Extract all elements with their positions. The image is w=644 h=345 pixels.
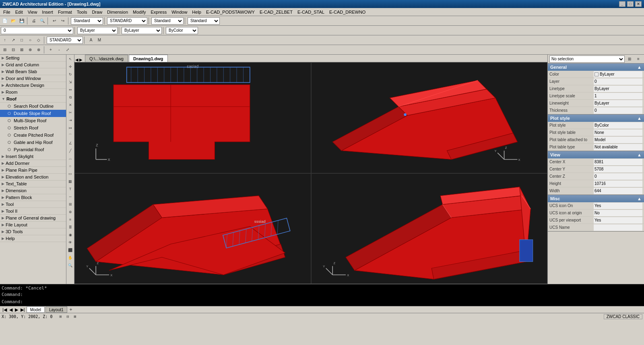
tool-3[interactable]: □ (18, 36, 26, 44)
ortho-tool[interactable]: ⊠ (18, 46, 26, 54)
rect-icon[interactable]: ▭ (67, 170, 74, 177)
menu-item-ecadzelbet[interactable]: E-CAD_ZELBET (257, 9, 295, 15)
status-ortho[interactable]: ⊠ (72, 313, 78, 320)
polar-tool[interactable]: ⊕ (26, 46, 34, 54)
menu-item-modify[interactable]: Modify (130, 9, 148, 15)
close-button[interactable]: ✕ (635, 1, 642, 7)
circle-icon[interactable]: ○ (67, 162, 74, 170)
lineweight-dropdown[interactable]: ByColor (166, 27, 198, 34)
open-button[interactable]: 📂 (9, 17, 17, 25)
save-button[interactable]: 💾 (18, 17, 26, 25)
zoom-in[interactable]: + (47, 46, 55, 54)
sidebar-section-9[interactable]: ▶Plane Rain Pipe (0, 167, 66, 174)
standard-dropdown-4[interactable]: Standard (188, 17, 220, 25)
render-icon[interactable]: ◉ (67, 231, 74, 238)
arc-icon[interactable]: ⌓ (67, 155, 74, 162)
sidebar-section-8[interactable]: ▶Add Dormer (0, 160, 66, 167)
panel-header-misc[interactable]: Misc ▲ (548, 195, 644, 202)
sidebar-item-search-roof-outline[interactable]: ⬡Search Roof Outline (0, 103, 66, 110)
block-icon[interactable]: ⊞ (67, 201, 74, 208)
sidebar-section-16[interactable]: ▶Plane of General drawing (0, 215, 66, 222)
panel-header-plot[interactable]: Plot style ▲ (548, 115, 644, 122)
mirror-icon[interactable]: ⇔ (67, 86, 74, 93)
preview-button[interactable]: 🔍 (38, 17, 46, 25)
sidebar-item-gable-and-hip-roof[interactable]: ⬡Gable and Hip Roof (0, 139, 66, 146)
menu-item-draw[interactable]: Draw (89, 9, 105, 15)
copy-icon[interactable]: ⧉ (67, 94, 74, 101)
layer-dropdown[interactable]: 0 (1, 27, 73, 34)
sidebar-section-6[interactable]: ▼Roof (0, 96, 66, 103)
dim-icon[interactable]: ↔ (67, 193, 74, 200)
menu-item-window[interactable]: Window (169, 9, 190, 15)
grid-tool[interactable]: ⊟ (9, 46, 17, 54)
status-snap[interactable]: ⊞ (57, 313, 64, 320)
sidebar-section-12[interactable]: ▶Dimension (0, 187, 66, 194)
minimize-button[interactable]: _ (619, 1, 625, 7)
linetype-dropdown[interactable]: ByLayer (122, 27, 162, 34)
erase-icon[interactable]: ✕ (67, 101, 74, 109)
viewport-bottomright[interactable]: X Y Z (311, 173, 548, 284)
menu-item-dimension[interactable]: Dimension (105, 9, 130, 15)
zoom-icon[interactable]: 🔍 (67, 262, 74, 269)
hatch-icon[interactable]: ▦ (67, 178, 74, 185)
pick-icon[interactable]: ↖ (67, 55, 74, 63)
sidebar-section-14[interactable]: ▶Tool (0, 201, 66, 208)
tool-5[interactable]: ◇ (35, 36, 43, 44)
viewport-topleft[interactable]: sasiad (74, 62, 311, 173)
menu-item-edit[interactable]: Edit (13, 9, 25, 15)
menu-item-ecadstal[interactable]: E-CAD_STAL (295, 9, 327, 15)
view-icon[interactable]: 👁 (67, 239, 74, 246)
sidebar-item-stretch-roof[interactable]: ⬡Stretch Roof (0, 124, 66, 131)
layout-tab-layout1[interactable]: Layout1 (45, 306, 67, 313)
tool-2[interactable]: ↗ (9, 36, 17, 44)
add-layout-button[interactable]: + (70, 307, 72, 312)
move-icon[interactable]: ✛ (67, 63, 74, 70)
menu-item-ecadpodstawowy[interactable]: E-CAD_PODSTAWOWY (204, 9, 257, 15)
tool-6[interactable]: A (87, 36, 95, 44)
sidebar-item-multi-slope-roof[interactable]: ⬡Multi-Slope Roof (0, 117, 66, 124)
insert-icon[interactable]: ⊕ (67, 208, 74, 216)
scale-icon[interactable]: ⇲ (67, 78, 74, 86)
pan-icon[interactable]: ✋ (67, 254, 74, 261)
selection-icon-1[interactable]: ⊞ (625, 55, 634, 63)
menu-item-ecaddrewno[interactable]: E-CAD_DREWNO (327, 9, 368, 15)
color-dropdown[interactable]: ByLayer (77, 27, 118, 34)
standard-dropdown-3[interactable]: Standard (151, 17, 184, 25)
sidebar-section-0[interactable]: ▶Setting (0, 55, 66, 62)
status-grid[interactable]: ⊟ (64, 313, 71, 320)
3d-icon[interactable]: ⬛ (67, 246, 74, 254)
osnap-tool[interactable]: ⊗ (35, 46, 43, 54)
extend-icon[interactable]: ⇥ (67, 117, 74, 124)
standard-dropdown-2[interactable]: STANDARD (107, 17, 147, 25)
sidebar-item-double-slope-roof[interactable]: ⬡Double Slope Roof (0, 110, 66, 117)
rotate-icon[interactable]: ↻ (67, 71, 74, 78)
tab-prev[interactable]: ◀ (75, 58, 78, 62)
layer-icon[interactable]: ≡ (67, 216, 74, 223)
sidebar-item-create-pitched-roof[interactable]: ⬡Create Pitched Roof (0, 131, 66, 139)
menu-item-format[interactable]: Format (56, 9, 74, 15)
sidebar-section-15[interactable]: ▶Tool II (0, 208, 66, 215)
menu-item-help[interactable]: Help (190, 9, 204, 15)
style-dropdown[interactable]: STANDARD (47, 37, 83, 44)
tool-4[interactable]: ○ (26, 36, 34, 44)
standard-dropdown-1[interactable]: Standard (71, 17, 103, 25)
tab-daszek[interactable]: Q:\...\daszek.dwg (85, 55, 128, 62)
chamfer-icon[interactable]: ∠ (67, 140, 74, 147)
selection-dropdown[interactable]: No selection (549, 55, 625, 63)
sidebar-section-5[interactable]: ▶Room (0, 89, 66, 96)
layout-nav-last[interactable]: ▶| (20, 307, 26, 312)
sidebar-section-13[interactable]: ▶Pattern Block (0, 194, 66, 201)
menu-item-view[interactable]: View (25, 9, 40, 15)
viewport-topright[interactable]: X Y Z (311, 62, 548, 173)
text-icon[interactable]: T (67, 185, 74, 193)
sidebar-section-17[interactable]: ▶File Layout (0, 222, 66, 228)
menu-item-file[interactable]: File (1, 9, 13, 15)
sidebar-section-11[interactable]: ▶Text_Table (0, 181, 66, 187)
layout-nav-prev[interactable]: ◀ (8, 307, 13, 312)
prop-icon[interactable]: ≣ (67, 224, 74, 231)
tool-7[interactable]: M (95, 36, 103, 44)
offset-icon[interactable]: ↦ (67, 124, 74, 131)
sidebar-section-18[interactable]: ▶3D Tools (0, 228, 66, 235)
line-icon[interactable]: ╱ (67, 147, 74, 154)
viewport-bottomleft[interactable]: sssiad X Y Z (74, 173, 311, 284)
